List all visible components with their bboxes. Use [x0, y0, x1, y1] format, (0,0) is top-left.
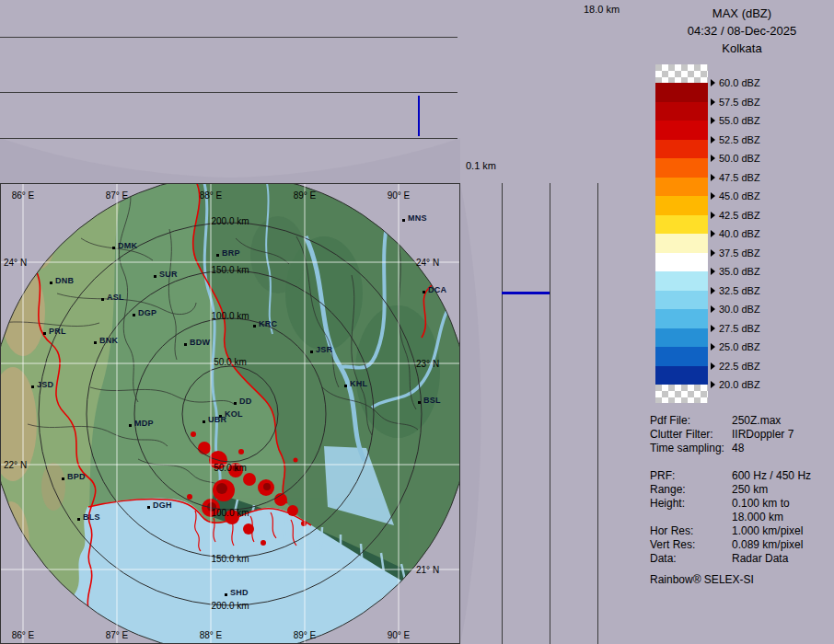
scale-label: 27.5 dBZ	[711, 322, 760, 335]
height-gridline	[502, 183, 503, 644]
city-dot	[253, 325, 256, 328]
metadata-value: 18.000 km	[732, 511, 834, 524]
scale-tick-arrow	[711, 381, 715, 388]
scale-tick-arrow	[711, 249, 715, 257]
lon-label-top: 88° E	[200, 190, 223, 201]
city-label: DMK	[118, 241, 137, 250]
city-label: SUR	[159, 270, 178, 279]
metadata-label	[650, 511, 732, 524]
color-scale-labels: 60.0 dBZ57.5 dBZ55.0 dBZ52.5 dBZ50.0 dBZ…	[650, 0, 834, 423]
metadata-label: Pdf File:	[650, 414, 732, 428]
scale-label-text: 52.5 dBZ	[719, 134, 760, 145]
city-dot	[184, 343, 187, 346]
range-ring-label: 50.0 km	[214, 357, 247, 367]
lat-label-right: 21° N	[416, 565, 439, 575]
city-label: BNK	[99, 336, 118, 345]
scale-tick-arrow	[711, 192, 715, 200]
scale-tick-arrow	[711, 79, 715, 86]
city-label: BLS	[83, 512, 100, 522]
city-dot	[62, 477, 64, 480]
metadata-rows: Pdf File:250Z.maxClutter Filter:IIRDoppl…	[650, 414, 834, 566]
metadata-label: Time sampling:	[650, 442, 732, 455]
city-label: KOL	[225, 409, 243, 419]
city-label: BPD	[67, 472, 86, 481]
metadata-label: PRF:	[650, 469, 732, 483]
scale-label-text: 32.5 dBZ	[719, 285, 760, 296]
scale-label: 60.0 dBZ	[711, 76, 760, 89]
lon-label-bottom: 90° E	[388, 630, 411, 640]
scale-label-text: 47.5 dBZ	[719, 172, 760, 183]
scale-tick-arrow	[711, 287, 715, 294]
metadata-value: 1.000 km/pixel	[732, 524, 834, 538]
scale-tick-arrow	[711, 343, 715, 351]
metadata-row: Data:Radar Data	[650, 552, 834, 566]
scale-tick-arrow	[711, 212, 715, 219]
lon-label-top: 90° E	[388, 190, 411, 201]
metadata-value: 250Z.max	[732, 414, 834, 428]
scale-label: 50.0 dBZ	[711, 152, 760, 165]
metadata-label: Hor Res:	[650, 524, 732, 538]
lon-label-bottom: 87° E	[106, 630, 129, 640]
range-ring-label: 150.0 km	[211, 265, 249, 275]
metadata-value: Radar Data	[732, 552, 834, 566]
scale-label: 52.5 dBZ	[711, 133, 760, 146]
city-label: JSR	[316, 345, 332, 354]
lon-label-top: 86° E	[12, 190, 35, 201]
scale-label-text: 27.5 dBZ	[719, 323, 760, 334]
city-dot	[101, 298, 104, 301]
scale-label: 45.0 dBZ	[711, 190, 760, 202]
metadata-label: Height:	[650, 497, 732, 511]
city-dot	[310, 351, 313, 353]
height-gridline	[597, 183, 598, 644]
metadata-label: Range:	[650, 483, 732, 497]
metadata-value: 600 Hz / 450 Hz	[732, 469, 834, 483]
city-dot	[234, 402, 237, 405]
city-label: PRL	[49, 327, 66, 336]
scale-label-text: 40.0 dBZ	[719, 228, 760, 239]
scale-label: 47.5 dBZ	[711, 171, 760, 184]
scale-label: 55.0 dBZ	[711, 114, 760, 127]
height-gridline	[0, 37, 458, 38]
scale-label: 40.0 dBZ	[711, 227, 760, 240]
city-label: ASL	[107, 293, 124, 302]
metadata-value: 0.089 km/pixel	[732, 538, 834, 552]
city-dot	[112, 247, 115, 249]
city-dot	[225, 593, 227, 596]
height-gridline	[0, 138, 458, 139]
city-label: KHL	[350, 379, 367, 388]
scale-label-text: 25.0 dBZ	[719, 341, 760, 352]
city-dot	[203, 420, 205, 423]
city-label: DD	[239, 397, 251, 406]
lon-label-bottom: 86° E	[12, 630, 35, 640]
metadata-row: Hor Res:1.000 km/pixel	[650, 524, 834, 538]
metadata-label: Data:	[650, 552, 732, 566]
echo-top-indicator	[418, 96, 420, 136]
metadata-value: IIRDoppler 7	[732, 428, 834, 442]
metadata-label: Clutter Filter:	[650, 428, 732, 442]
echo-height-indicator	[502, 292, 550, 294]
lat-label-right: 23° N	[416, 359, 439, 369]
scale-tick-arrow	[711, 174, 715, 181]
metadata-row: Height:0.100 km to	[650, 497, 834, 511]
lon-label-top: 87° E	[106, 190, 129, 201]
scale-tick-arrow	[711, 117, 715, 124]
scale-label: 32.5 dBZ	[711, 284, 760, 297]
range-ring-label: 200.0 km	[211, 216, 249, 226]
metadata-row: Vert Res:0.089 km/pixel	[650, 538, 834, 552]
range-ring-label: 150.0 km	[211, 554, 249, 564]
metadata-row: Clutter Filter:IIRDoppler 7	[650, 428, 834, 442]
city-dot	[129, 424, 132, 427]
metadata-block: Pdf File:250Z.maxClutter Filter:IIRDoppl…	[650, 414, 834, 586]
range-ring-label: 50.0 km	[214, 463, 247, 473]
height-gridline	[0, 92, 458, 93]
right-profile-panel	[460, 183, 650, 644]
radar-map: MNSDMKBRPSURDNBDCAASLDGPKRCPRLBNKBDWJSRK…	[0, 183, 460, 644]
scale-label: 30.0 dBZ	[711, 303, 760, 316]
scale-label-text: 60.0 dBZ	[719, 77, 760, 88]
city-dot	[77, 518, 80, 521]
metadata-value: 250 km	[732, 483, 834, 497]
height-gridline	[550, 183, 550, 644]
city-label: MNS	[408, 213, 427, 223]
scale-label: 20.0 dBZ	[711, 378, 760, 391]
city-dot	[43, 332, 46, 335]
